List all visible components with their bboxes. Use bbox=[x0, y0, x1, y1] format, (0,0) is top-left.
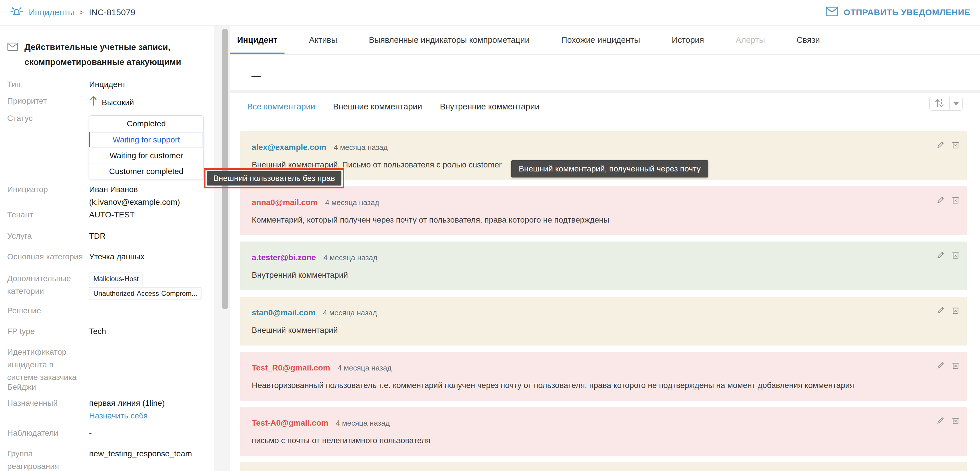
field-label: FP type bbox=[7, 325, 85, 338]
field-value: Утечка данных bbox=[89, 251, 210, 263]
tab-history[interactable]: История bbox=[665, 26, 711, 54]
comment-timestamp: 4 месяца назад bbox=[334, 143, 388, 152]
edit-comment-icon[interactable] bbox=[936, 250, 945, 260]
tooltip-text: Внешний пользователь без прав bbox=[207, 171, 341, 186]
comment-author[interactable]: Test_R0@gmail.com bbox=[252, 363, 330, 373]
comment-filters: Все комментарии Внешние комментарии Внут… bbox=[247, 102, 539, 111]
comment-author[interactable]: stan0@mail.com bbox=[252, 308, 315, 317]
field-value: Высокий bbox=[89, 95, 210, 110]
tab-assets[interactable]: Активы bbox=[302, 26, 344, 54]
field-value: - bbox=[89, 427, 210, 439]
field-label: Идентификатор инцидента в системе заказч… bbox=[7, 346, 85, 384]
comment-text: письмо с почты от нелегитимного пользова… bbox=[252, 435, 918, 446]
field-label: Статус bbox=[7, 112, 85, 125]
delete-comment-icon[interactable] bbox=[951, 305, 961, 315]
field-value: AUTO-TEST bbox=[89, 208, 210, 221]
message-icon bbox=[7, 43, 18, 70]
comment-timestamp: 4 месяца назад bbox=[325, 198, 379, 207]
initiator-name: Иван Иванов bbox=[89, 185, 138, 194]
comment-text: Внутренний комментарий bbox=[252, 270, 918, 281]
divider bbox=[0, 71, 214, 71]
delete-comment-icon[interactable] bbox=[951, 415, 961, 425]
chevron-down-icon bbox=[953, 102, 959, 105]
tab-bar: Инцидент Активы Выявленные индикаторы ко… bbox=[230, 26, 980, 55]
field-value: первая линия (1line) Назначить себя bbox=[89, 397, 210, 422]
field-label: Решение bbox=[7, 304, 85, 317]
edit-comment-icon[interactable] bbox=[936, 195, 945, 205]
tab-incident[interactable]: Инцидент bbox=[230, 26, 285, 54]
comment-text: Комментарий, который получен через почту… bbox=[252, 214, 918, 225]
tab-indicators[interactable]: Выявленные индикаторы компрометации bbox=[361, 26, 536, 54]
filter-external-comments[interactable]: Внешние комментарии bbox=[333, 102, 422, 111]
field-label: Инициатор bbox=[7, 183, 85, 196]
tab-similar-incidents[interactable]: Похожие инциденты bbox=[554, 26, 648, 54]
sort-order-button[interactable] bbox=[930, 97, 950, 110]
sort-arrows-icon bbox=[934, 97, 945, 110]
field-label: Тенант bbox=[7, 208, 85, 221]
top-bar: Инциденты > INC-815079 ОТПРАВИТЬ УВЕДОМЛ… bbox=[0, 0, 980, 25]
comment-author[interactable]: a.tester@bi.zone bbox=[252, 253, 316, 262]
comment-item: stan0@mail.com 4 месяца назад Внешний ко… bbox=[240, 297, 967, 346]
comment-author[interactable]: Test-A0@gmail.com bbox=[252, 419, 328, 428]
comment-item: anna0@mail.com 4 месяца назад Комментари… bbox=[240, 186, 967, 235]
field-label: Основная категория bbox=[7, 251, 85, 263]
tab-links[interactable]: Связи bbox=[789, 26, 827, 54]
comment-item: Test_R0@gmail.com 4 месяца назад Неавтор… bbox=[240, 352, 967, 401]
status-option-waiting-for-support[interactable]: Waiting for support bbox=[89, 132, 203, 147]
breadcrumb-incidents-link[interactable]: Инциденты bbox=[29, 8, 74, 17]
priority-up-arrow-icon bbox=[89, 95, 98, 110]
edit-comment-icon[interactable] bbox=[936, 140, 945, 150]
field-value: Иван Иванов (k.ivanov@example.com) bbox=[89, 183, 210, 208]
filter-all-comments[interactable]: Все комментарии bbox=[247, 102, 315, 111]
comment-type-tooltip: Внешний комментарий, полученный через по… bbox=[511, 160, 708, 178]
field-label: Бейджи bbox=[7, 381, 85, 393]
filter-internal-comments[interactable]: Внутренние комментарии bbox=[440, 102, 540, 111]
status-option-customer-completed[interactable]: Customer completed bbox=[89, 163, 203, 179]
priority-value: Высокий bbox=[102, 96, 134, 109]
sort-control bbox=[929, 97, 963, 111]
delete-comment-icon[interactable] bbox=[951, 140, 961, 150]
description-placeholder: — bbox=[251, 70, 980, 81]
breadcrumb-current-incident: INC-815079 bbox=[89, 8, 135, 17]
breadcrumb: Инциденты > INC-815079 bbox=[10, 5, 135, 21]
incident-details-panel: Действительные учетные записи, скомпроме… bbox=[0, 26, 214, 471]
comment-timestamp: 4 месяца назад bbox=[336, 419, 390, 428]
initiator-email: (k.ivanov@example.com) bbox=[89, 198, 180, 206]
status-option-waiting-for-customer[interactable]: Waiting for customer bbox=[89, 147, 203, 163]
comment-timestamp: 4 месяца назад bbox=[338, 363, 392, 373]
edit-comment-icon[interactable] bbox=[936, 305, 945, 315]
assignee-value: первая линия (1line) bbox=[89, 399, 165, 408]
comment-timestamp: 4 месяца назад bbox=[323, 308, 377, 317]
field-value: Tech bbox=[89, 325, 210, 338]
comments-card: Все комментарии Внешние комментарии Внут… bbox=[230, 94, 980, 471]
siren-icon bbox=[10, 5, 24, 21]
edit-comment-icon[interactable] bbox=[936, 360, 945, 370]
send-notification-button[interactable]: ОТПРАВИТЬ УВЕДОМЛЕНИЕ bbox=[826, 6, 970, 18]
delete-comment-icon[interactable] bbox=[951, 250, 961, 260]
status-option-completed[interactable]: Completed bbox=[89, 116, 203, 132]
field-label: Услуга bbox=[7, 230, 85, 243]
sort-options-button[interactable] bbox=[950, 97, 963, 110]
tooltip-text: Внешний комментарий, полученный через по… bbox=[519, 164, 701, 173]
tab-alerts: Алерты bbox=[729, 26, 772, 54]
comment-author[interactable]: alex@example.com bbox=[252, 143, 326, 152]
comment-text: Неавторизованный пользователь т.е. комме… bbox=[252, 380, 918, 391]
assign-self-link[interactable]: Назначить себя bbox=[89, 411, 148, 420]
incident-title: Действительные учетные записи, скомпроме… bbox=[24, 40, 209, 70]
comment-author[interactable]: anna0@mail.com bbox=[252, 198, 318, 207]
comment-item: Test-A0@gmail.com 4 месяца назад письмо … bbox=[240, 407, 967, 456]
edit-comment-icon[interactable] bbox=[936, 415, 945, 425]
comment-text: Внешний комментарий bbox=[252, 325, 918, 336]
field-value: Malicious-Host Unauthorized-Access-Compr… bbox=[89, 272, 210, 301]
comment-timestamp: 4 месяца назад bbox=[323, 253, 377, 262]
delete-comment-icon[interactable] bbox=[951, 360, 961, 370]
status-hover-tooltip-highlighted: Внешний пользователь без прав bbox=[204, 168, 344, 189]
comment-item: k.test@bi.zone 4 месяца назад Письмо с р… bbox=[240, 462, 967, 471]
delete-comment-icon[interactable] bbox=[951, 195, 961, 205]
field-label: Наблюдатели bbox=[7, 427, 85, 439]
incident-tabs-card: Инцидент Активы Выявленные индикаторы ко… bbox=[230, 26, 980, 90]
field-label: Дополнительные категории bbox=[7, 272, 85, 298]
status-dropdown: Completed Waiting for support Waiting fo… bbox=[89, 116, 204, 179]
field-label: Группа реагирования bbox=[7, 447, 85, 471]
category-chip: Malicious-Host bbox=[89, 273, 143, 285]
